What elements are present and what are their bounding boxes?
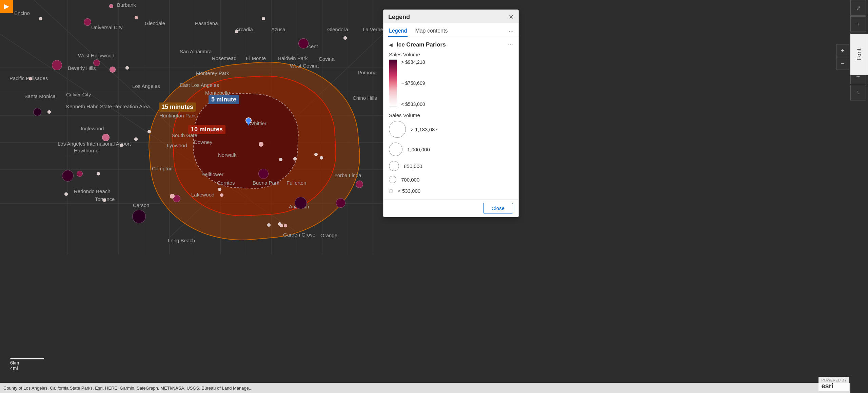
data-point[interactable] bbox=[110, 67, 116, 73]
data-point[interactable] bbox=[132, 210, 146, 223]
layer-header: ◀ Ice Cream Parlors ··· bbox=[389, 41, 513, 48]
data-point[interactable] bbox=[135, 16, 138, 19]
legend-circle bbox=[389, 143, 402, 156]
legend-circle bbox=[389, 176, 396, 183]
attribution-bar: County of Los Angeles, California State … bbox=[0, 383, 850, 393]
expand-button[interactable]: ⤢ bbox=[850, 0, 866, 16]
data-point[interactable] bbox=[97, 172, 100, 175]
scale-km: 6km bbox=[10, 360, 44, 366]
legend-title: Legend bbox=[388, 14, 410, 21]
data-point[interactable] bbox=[262, 17, 265, 20]
data-point[interactable] bbox=[77, 171, 83, 177]
legend-circle-label: 1,000,000 bbox=[407, 147, 430, 152]
legend-tab-more-options[interactable]: ··· bbox=[509, 28, 514, 35]
data-point[interactable] bbox=[147, 130, 151, 133]
legend-circle-label: > 1,183,087 bbox=[411, 127, 438, 132]
zoom-out-button[interactable]: − bbox=[836, 57, 849, 70]
layer-collapse-arrow[interactable]: ◀ bbox=[389, 42, 393, 48]
legend-circle-label: 700,000 bbox=[401, 177, 419, 183]
legend-circle bbox=[389, 161, 399, 171]
data-point[interactable] bbox=[93, 59, 100, 66]
sidebar-toggle[interactable]: ▶ bbox=[0, 0, 13, 13]
data-point[interactable] bbox=[47, 110, 51, 114]
color-ramp-labels: > $984,218 ~ $758,609 < $533,000 bbox=[401, 59, 425, 107]
data-point[interactable] bbox=[336, 198, 346, 208]
legend-circle bbox=[389, 189, 393, 193]
circle-legend-item: 1,000,000 bbox=[389, 143, 513, 156]
data-point[interactable] bbox=[295, 197, 307, 209]
data-point[interactable] bbox=[102, 134, 110, 141]
add-button[interactable]: + bbox=[850, 16, 866, 32]
font-panel[interactable]: Font bbox=[850, 34, 868, 75]
drive-time-10-label: 10 minutes bbox=[188, 125, 225, 134]
data-point[interactable] bbox=[343, 36, 347, 40]
data-point[interactable] bbox=[103, 199, 106, 202]
data-point[interactable] bbox=[84, 18, 91, 26]
color-ramp-label-top: > $984,218 bbox=[401, 59, 425, 65]
data-point[interactable] bbox=[29, 77, 32, 80]
data-point[interactable] bbox=[120, 144, 123, 147]
data-point[interactable] bbox=[293, 157, 297, 161]
scale-bar-line bbox=[10, 358, 44, 359]
data-point[interactable] bbox=[279, 158, 282, 161]
legend-tab-map-contents[interactable]: Map contents bbox=[414, 26, 448, 37]
circle-legend-item: 850,000 bbox=[389, 161, 513, 171]
data-point[interactable] bbox=[218, 188, 221, 191]
data-point[interactable] bbox=[33, 108, 41, 116]
data-point[interactable] bbox=[320, 156, 323, 160]
layer-title: Ice Cream Parlors bbox=[397, 41, 446, 48]
data-point[interactable] bbox=[284, 224, 287, 227]
data-point[interactable] bbox=[258, 169, 269, 179]
esri-logo: POWERED BY esri bbox=[818, 377, 849, 391]
add-icon: + bbox=[856, 21, 860, 27]
drive-time-15-label: 15 minutes bbox=[159, 102, 196, 112]
expand2-icon: ⤡ bbox=[856, 90, 860, 95]
zoom-controls: + − bbox=[836, 44, 849, 70]
legend-circle-label: < 533,000 bbox=[398, 188, 420, 194]
color-ramp-container: > $984,218 ~ $758,609 < $533,000 bbox=[389, 59, 513, 107]
circle-legend-item: < 533,000 bbox=[389, 188, 513, 194]
circle-legend-item: 700,000 bbox=[389, 176, 513, 183]
legend-panel: Legend ✕ Legend Map contents ··· ◀ Ice C… bbox=[383, 10, 519, 217]
scale-mi: 4mi bbox=[10, 366, 44, 371]
esri-powered-by: POWERED BY bbox=[821, 378, 847, 382]
data-point[interactable] bbox=[64, 192, 68, 196]
expand2-button[interactable]: ⤡ bbox=[850, 85, 866, 100]
legend-header: Legend ✕ bbox=[383, 10, 518, 23]
data-point[interactable] bbox=[125, 66, 129, 70]
esri-brand: esri bbox=[821, 382, 847, 390]
data-point[interactable] bbox=[356, 181, 363, 188]
data-point[interactable] bbox=[314, 153, 318, 156]
data-point[interactable] bbox=[220, 193, 223, 197]
data-point[interactable] bbox=[170, 194, 175, 199]
data-point[interactable] bbox=[52, 60, 62, 70]
legend-circle-label: 850,000 bbox=[404, 163, 422, 169]
legend-close-button[interactable]: Close bbox=[483, 203, 513, 213]
legend-tabs: Legend Map contents ··· bbox=[383, 23, 518, 37]
color-ramp-label-bottom: < $533,000 bbox=[401, 101, 425, 107]
data-point[interactable] bbox=[109, 4, 113, 8]
data-point[interactable] bbox=[62, 170, 74, 182]
legend-footer: Close bbox=[383, 199, 518, 217]
map-container[interactable]: 5 minute 10 minutes 15 minutes EncinoBur… bbox=[0, 0, 868, 393]
legend-header-close-button[interactable]: ✕ bbox=[509, 13, 514, 21]
data-point[interactable] bbox=[259, 142, 263, 147]
color-section-title: Sales Volume bbox=[389, 52, 513, 57]
drive-time-5-label: 5 minute bbox=[209, 95, 239, 104]
data-point[interactable] bbox=[280, 224, 283, 227]
circle-legend-item: > 1,183,087 bbox=[389, 121, 513, 138]
data-point[interactable] bbox=[235, 30, 238, 33]
zoom-in-button[interactable]: + bbox=[836, 44, 849, 57]
legend-tab-legend[interactable]: Legend bbox=[388, 26, 408, 37]
circle-legend: > 1,183,0871,000,000850,000700,000< 533,… bbox=[389, 121, 513, 194]
scale-bar: 6km 4mi bbox=[10, 358, 44, 371]
data-point[interactable] bbox=[39, 17, 42, 20]
data-point[interactable] bbox=[134, 137, 138, 141]
circle-section-title: Sales Volume bbox=[389, 112, 513, 118]
legend-body: ◀ Ice Cream Parlors ··· Sales Volume > $… bbox=[383, 37, 518, 199]
data-point[interactable] bbox=[298, 38, 309, 49]
data-point[interactable] bbox=[267, 223, 271, 227]
color-ramp-label-middle: ~ $758,609 bbox=[401, 80, 425, 86]
legend-circle bbox=[389, 121, 406, 138]
layer-more-options[interactable]: ··· bbox=[508, 41, 513, 48]
